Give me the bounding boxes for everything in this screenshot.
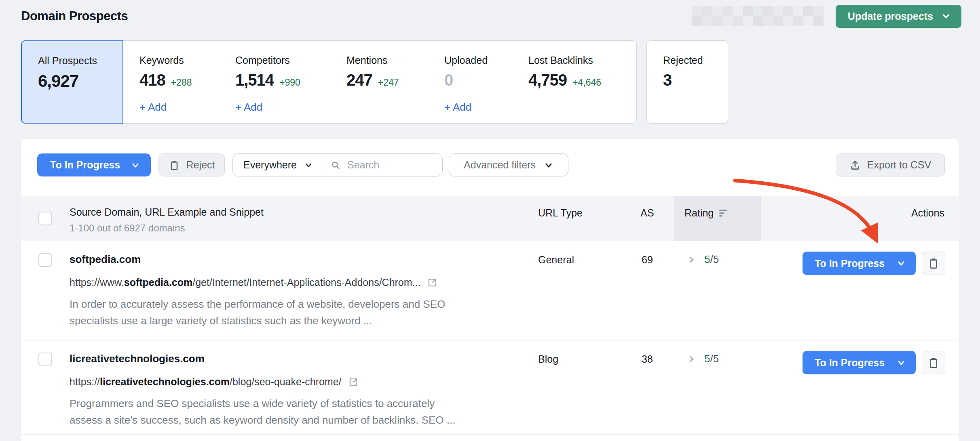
rating-cell: 5/5 <box>686 253 719 266</box>
tab-count: 1,514 <box>235 71 274 89</box>
export-label: Export to CSV <box>867 159 931 171</box>
row-checkbox[interactable] <box>38 353 52 366</box>
column-header-rating[interactable]: Rating <box>684 207 730 219</box>
update-prospects-button[interactable]: Update prospects <box>836 5 961 28</box>
rating-value: 5/5 <box>704 253 719 266</box>
tab-label: All Prospects <box>38 55 122 67</box>
column-header-url-type: URL Type <box>538 207 583 219</box>
prospects-panel: To In Progress Reject Everywhere Advance… <box>21 139 959 441</box>
tab-count: 0 <box>444 71 453 89</box>
url-type-value: Blog <box>538 353 558 365</box>
row-delete-button[interactable] <box>922 252 945 275</box>
table-row: softpedia.com https://www.softpedia.com/… <box>21 241 959 340</box>
snippet-text: Programmers and SEO specialists use a wi… <box>70 395 455 428</box>
sort-descending-icon <box>719 208 730 218</box>
tab-label: Keywords <box>139 55 219 66</box>
tab-card-group: All Prospects 6,927 Keywords 418+288 + A… <box>21 40 637 124</box>
rating-header-label: Rating <box>684 207 714 219</box>
external-link-icon[interactable] <box>348 377 359 387</box>
tab-count: 4,759 <box>528 71 567 89</box>
reject-label: Reject <box>186 159 215 171</box>
rating-value: 5/5 <box>704 353 719 365</box>
top-bar: Domain Prospects Update prospects <box>21 0 961 32</box>
url-type-value: General <box>538 254 574 266</box>
row-to-in-progress-button[interactable]: To In Progress <box>803 252 916 275</box>
row-delete-button[interactable] <box>922 351 945 374</box>
tab-count: 247 <box>346 71 372 89</box>
tab-all-prospects[interactable]: All Prospects 6,927 <box>21 40 123 124</box>
advanced-filters-button[interactable]: Advanced filters <box>449 153 568 176</box>
external-link-icon[interactable] <box>427 277 437 288</box>
table-header: Source Domain, URL Example and Snippet 1… <box>21 196 959 241</box>
tab-label: Mentions <box>346 55 428 66</box>
chevron-down-icon <box>941 11 951 21</box>
reject-button[interactable]: Reject <box>158 153 225 176</box>
top-right-group: Update prospects <box>692 5 961 28</box>
export-to-csv-button[interactable]: Export to CSV <box>836 153 945 176</box>
row-checkbox[interactable] <box>38 253 52 267</box>
pagination-summary: 1-100 out of 6927 domains <box>70 223 185 234</box>
advanced-filters-label: Advanced filters <box>464 159 536 171</box>
url-example: https://licreativetechnologies.com/blog/… <box>70 376 359 388</box>
search-box <box>323 154 442 176</box>
prospect-tabs: All Prospects 6,927 Keywords 418+288 + A… <box>21 40 728 124</box>
chevron-down-icon <box>131 160 140 170</box>
authority-score-value: 69 <box>618 254 676 266</box>
url-example: https://www.softpedia.com/get/Internet/I… <box>70 277 437 288</box>
tab-mentions[interactable]: Mentions 247+247 <box>330 40 428 124</box>
add-keywords-link[interactable]: + Add <box>139 101 167 113</box>
tab-label: Competitors <box>235 55 330 66</box>
bulk-to-in-progress-button[interactable]: To In Progress <box>37 153 151 176</box>
url-text[interactable]: https://licreativetechnologies.com/blog/… <box>70 376 342 388</box>
search-input[interactable] <box>346 159 434 171</box>
scope-dropdown[interactable]: Everywhere <box>233 154 323 176</box>
source-domain[interactable]: licreativetechnologies.com <box>70 353 205 365</box>
chevron-down-icon <box>544 160 553 170</box>
source-domain[interactable]: softpedia.com <box>70 253 141 266</box>
update-prospects-label: Update prospects <box>848 10 933 22</box>
tab-count: 418 <box>139 71 165 89</box>
trash-icon <box>927 257 940 269</box>
column-header-actions: Actions <box>911 207 944 219</box>
chevron-down-icon <box>304 161 313 170</box>
tab-label: Rejected <box>663 55 728 66</box>
tab-delta: +288 <box>171 77 192 88</box>
rating-cell: 5/5 <box>686 353 719 365</box>
column-header-source: Source Domain, URL Example and Snippet <box>70 206 264 218</box>
tab-count: 6,927 <box>38 71 78 91</box>
snippet-text: In order to accurately assess the perfor… <box>70 296 445 329</box>
tab-count: 3 <box>663 71 672 89</box>
tab-rejected[interactable]: Rejected 3 <box>646 40 728 124</box>
add-competitors-link[interactable]: + Add <box>235 101 262 113</box>
domain-prospects-page: Domain Prospects Update prospects All Pr… <box>0 0 980 441</box>
expand-rating-icon[interactable] <box>686 255 696 265</box>
tab-delta: +990 <box>279 77 300 88</box>
row-action-label: To In Progress <box>815 258 885 269</box>
authority-score-value: 38 <box>618 353 676 365</box>
chevron-down-icon <box>896 358 906 368</box>
tab-delta: +4,646 <box>572 77 601 88</box>
tab-label: Lost Backlinks <box>528 55 636 66</box>
add-uploaded-link[interactable]: + Add <box>444 101 471 113</box>
tab-keywords[interactable]: Keywords 418+288 + Add <box>123 40 219 124</box>
search-icon <box>331 160 340 170</box>
expand-rating-icon[interactable] <box>686 354 696 364</box>
url-text[interactable]: https://www.softpedia.com/get/Internet/I… <box>70 277 420 288</box>
row-action-label: To In Progress <box>815 357 885 369</box>
column-header-as: AS <box>618 207 676 219</box>
scope-search-control: Everywhere <box>232 153 443 176</box>
export-icon <box>849 160 861 171</box>
tab-lost-backlinks[interactable]: Lost Backlinks 4,759+4,646 <box>512 40 637 124</box>
select-all-checkbox[interactable] <box>38 212 52 225</box>
trash-icon <box>169 160 180 171</box>
trash-icon <box>927 357 940 369</box>
chevron-down-icon <box>896 258 906 268</box>
page-title: Domain Prospects <box>21 9 128 23</box>
scope-label: Everywhere <box>243 159 297 171</box>
row-to-in-progress-button[interactable]: To In Progress <box>803 351 916 374</box>
tab-competitors[interactable]: Competitors 1,514+990 + Add <box>219 40 330 124</box>
bulk-action-label: To In Progress <box>50 159 120 171</box>
tab-uploaded[interactable]: Uploaded 0 + Add <box>428 40 512 124</box>
tab-delta: +247 <box>378 77 399 88</box>
tab-label: Uploaded <box>444 55 512 66</box>
